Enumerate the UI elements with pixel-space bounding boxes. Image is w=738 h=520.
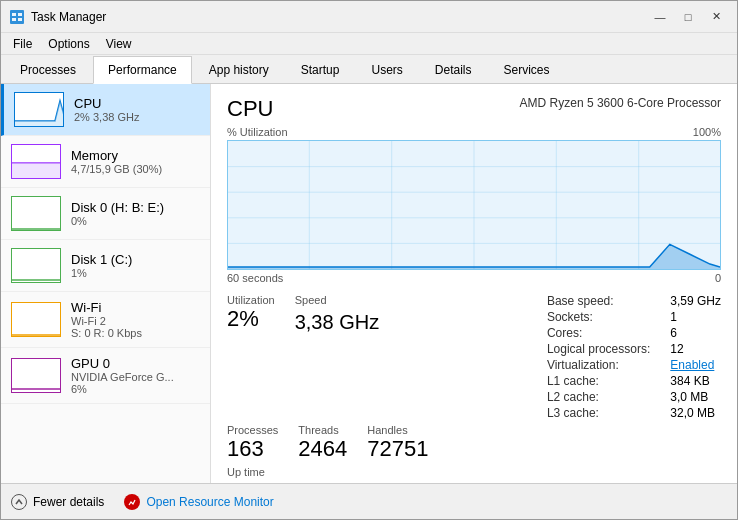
sockets-value: 1: [670, 310, 721, 324]
base-speed-value: 3,59 GHz: [670, 294, 721, 308]
title-bar: Task Manager — □ ✕: [1, 1, 737, 33]
sidebar-item-gpu0[interactable]: GPU 0 NVIDIA GeForce G... 6%: [1, 348, 210, 404]
stats-area: Utilization 2% Speed 3,38 GHz Base speed…: [227, 294, 721, 420]
disk0-sublabel: 0%: [71, 215, 164, 227]
cpu-utilization-chart: [227, 140, 721, 270]
svg-marker-6: [12, 163, 61, 178]
chart-y-max: 100%: [693, 126, 721, 138]
virt-value: Enabled: [670, 358, 721, 372]
app-icon: [9, 9, 25, 25]
l2-label: L2 cache:: [547, 390, 650, 404]
cores-label: Cores:: [547, 326, 650, 340]
tab-bar: Processes Performance App history Startu…: [1, 55, 737, 84]
menu-bar: File Options View: [1, 33, 737, 55]
disk1-preview-chart: [11, 248, 61, 283]
sockets-label: Sockets:: [547, 310, 650, 324]
tab-processes[interactable]: Processes: [5, 56, 91, 84]
disk1-sublabel: 1%: [71, 267, 132, 279]
memory-label: Memory: [71, 148, 162, 163]
process-stats-row: Processes 163 Threads 2464 Handles 72751: [227, 424, 721, 462]
svg-rect-3: [12, 18, 16, 21]
utilization-value: 2%: [227, 306, 275, 332]
wifi-name: Wi-Fi 2: [71, 315, 142, 327]
chart-container: % Utilization 100%: [227, 126, 721, 284]
content-area: CPU 2% 3,38 GHz Memory 4,7/15,9 GB (30%): [1, 84, 737, 483]
svg-rect-1: [12, 13, 16, 16]
task-manager-window: Task Manager — □ ✕ File Options View Pro…: [0, 0, 738, 520]
l3-label: L3 cache:: [547, 406, 650, 420]
window-title: Task Manager: [31, 10, 106, 24]
tab-services[interactable]: Services: [489, 56, 565, 84]
resource-monitor-label: Open Resource Monitor: [146, 495, 273, 509]
tab-performance[interactable]: Performance: [93, 56, 192, 84]
maximize-button[interactable]: □: [675, 7, 701, 27]
wifi-speed: S: 0 R: 0 Kbps: [71, 327, 142, 339]
processes-label: Processes: [227, 424, 278, 436]
gpu0-label: GPU 0: [71, 356, 174, 371]
disk1-label: Disk 1 (C:): [71, 252, 132, 267]
chart-y-label: % Utilization: [227, 126, 288, 138]
logical-value: 12: [670, 342, 721, 356]
speed-value: 3,38 GHz: [295, 306, 379, 338]
fewer-details-label: Fewer details: [33, 495, 104, 509]
menu-options[interactable]: Options: [40, 35, 97, 53]
fewer-details-button[interactable]: Fewer details: [11, 494, 104, 510]
gpu0-name: NVIDIA GeForce G...: [71, 371, 174, 383]
speed-group: Speed 3,38 GHz: [295, 294, 379, 420]
svg-rect-4: [18, 18, 22, 21]
tab-users[interactable]: Users: [356, 56, 417, 84]
minimize-button[interactable]: —: [647, 7, 673, 27]
footer: Fewer details Open Resource Monitor: [1, 483, 737, 519]
fewer-details-icon: [11, 494, 27, 510]
utilization-group: Utilization 2%: [227, 294, 275, 420]
sidebar-item-memory[interactable]: Memory 4,7/15,9 GB (30%): [1, 136, 210, 188]
handles-group: Handles 72751: [367, 424, 428, 462]
cpu-sublabel: 2% 3,38 GHz: [74, 111, 139, 123]
l2-value: 3,0 MB: [670, 390, 721, 404]
tab-startup[interactable]: Startup: [286, 56, 355, 84]
chart-x-right: 0: [715, 272, 721, 284]
base-speed-label: Base speed:: [547, 294, 650, 308]
cpu-title: CPU: [227, 96, 273, 122]
sidebar: CPU 2% 3,38 GHz Memory 4,7/15,9 GB (30%): [1, 84, 211, 483]
tab-app-history[interactable]: App history: [194, 56, 284, 84]
threads-group: Threads 2464: [298, 424, 347, 462]
virt-label: Virtualization:: [547, 358, 650, 372]
sidebar-item-disk1[interactable]: Disk 1 (C:) 1%: [1, 240, 210, 292]
gpu0-preview-chart: [11, 358, 61, 393]
cores-value: 6: [670, 326, 721, 340]
disk0-preview-chart: [11, 196, 61, 231]
processes-value: 163: [227, 436, 278, 462]
logical-label: Logical processors:: [547, 342, 650, 356]
sidebar-item-disk0[interactable]: Disk 0 (H: B: E:) 0%: [1, 188, 210, 240]
memory-preview-chart: [11, 144, 61, 179]
chart-x-left: 60 seconds: [227, 272, 283, 284]
l1-label: L1 cache:: [547, 374, 650, 388]
memory-sublabel: 4,7/15,9 GB (30%): [71, 163, 162, 175]
handles-value: 72751: [367, 436, 428, 462]
threads-value: 2464: [298, 436, 347, 462]
svg-rect-0: [10, 10, 24, 24]
cpu-preview-chart: [14, 92, 64, 127]
uptime-group: Up time 0:00:13:25: [227, 466, 721, 483]
sidebar-item-wifi[interactable]: Wi-Fi Wi-Fi 2 S: 0 R: 0 Kbps: [1, 292, 210, 348]
resource-monitor-link[interactable]: Open Resource Monitor: [124, 494, 273, 510]
menu-file[interactable]: File: [5, 35, 40, 53]
speed-label: Speed: [295, 294, 379, 306]
menu-view[interactable]: View: [98, 35, 140, 53]
l1-value: 384 KB: [670, 374, 721, 388]
cpu-model: AMD Ryzen 5 3600 6-Core Processor: [520, 96, 721, 110]
close-button[interactable]: ✕: [703, 7, 729, 27]
wifi-label: Wi-Fi: [71, 300, 142, 315]
cpu-header: CPU AMD Ryzen 5 3600 6-Core Processor: [227, 96, 721, 122]
sidebar-item-cpu[interactable]: CPU 2% 3,38 GHz: [1, 84, 210, 136]
svg-rect-2: [18, 13, 22, 16]
resource-monitor-icon: [124, 494, 140, 510]
utilization-label: Utilization: [227, 294, 275, 306]
cpu-label: CPU: [74, 96, 139, 111]
right-stats: Base speed: 3,59 GHz Sockets: 1 Cores: 6…: [547, 294, 721, 420]
uptime-label: Up time: [227, 466, 721, 478]
gpu0-usage: 6%: [71, 383, 174, 395]
l3-value: 32,0 MB: [670, 406, 721, 420]
tab-details[interactable]: Details: [420, 56, 487, 84]
